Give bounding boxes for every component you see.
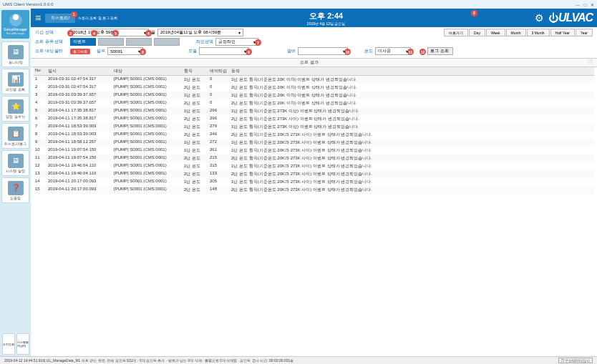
tab-2[interactable] <box>98 38 124 46</box>
col-dataval: 데이터값 <box>208 67 230 75</box>
date-to-input[interactable]: 2019년04월11일 오후 08시59분 ▾ <box>157 29 243 36</box>
temp-select[interactable]: 미사용 11 ▾ <box>375 47 411 55</box>
badge-2: 2 <box>471 10 477 16</box>
table-row[interactable]: 102019-04-11 19:07:54.150[PUMP] S0001 (C… <box>34 147 594 154</box>
table-row[interactable]: 32019-03-31 03:39:37.657[PUMP] S0001 (CM… <box>34 92 594 99</box>
quick-week[interactable]: Week <box>486 29 505 36</box>
col-datetime: 일시 <box>47 67 112 75</box>
chamber-label: 챔버 <box>287 48 296 54</box>
temp-value: 미사용 <box>378 48 391 54</box>
power-icon[interactable]: ⏻ <box>548 12 558 24</box>
table-row[interactable]: 122019-04-11 19:46:04.110[PUMP] S0001 (C… <box>34 162 594 170</box>
avatar-icon <box>9 14 22 26</box>
date-to-value: 2019년04월11일 오후 08시59분 <box>160 29 221 36</box>
badge-5: 5 <box>112 30 119 36</box>
model-label: 모델 <box>188 48 197 54</box>
line-label: 라인선택 <box>196 39 213 45</box>
sidebar-item-history[interactable]: 📋히스토리/로그 <box>1 123 29 149</box>
sidebar-bottom-status[interactable]: 시스템동작상태 <box>16 333 29 355</box>
model-select[interactable]: 9 ▾ <box>199 47 249 55</box>
quick-year[interactable]: Year <box>576 29 593 36</box>
history-icon: 📋 <box>8 127 24 141</box>
filters-panel: 기간 선택 3 2018년 1일 오후 59분 4 5 6 ▾ 끝 2019년0… <box>31 27 597 59</box>
tab-4[interactable] <box>154 38 180 46</box>
sidebar: SetupManager SetupManager 🖥모니터링 📊라인별 조회 … <box>0 9 31 356</box>
line-select[interactable]: 공정라인 7 ▾ <box>215 38 258 46</box>
quick-halfyear[interactable]: Half Year <box>550 29 575 36</box>
quick-month[interactable]: Month <box>506 29 526 36</box>
col-target: 대상 <box>112 67 183 75</box>
table-row[interactable]: 42019-03-31 03:39:37.657[PUMP] S0001 (CM… <box>34 99 594 107</box>
sidebar-label: 라인별 조회 <box>6 87 24 92</box>
app-title: UMS Client Version1.0.0.0 <box>3 2 53 6</box>
table-row[interactable]: 72019-04-11 18:53:39.003[PUMP] S0001 (CM… <box>34 123 594 131</box>
setup-manager-tile[interactable]: SetupManager SetupManager <box>1 10 29 39</box>
date-from-input[interactable]: 3 2018년 1일 오후 59분 4 5 6 ▾ <box>70 29 149 36</box>
quick-day[interactable]: Day <box>469 29 485 36</box>
table-row[interactable]: 12019-03-31 02:47:54.317[PUMP] S0001 (CM… <box>34 76 594 84</box>
table-row[interactable]: 92019-04-11 18:58:12.257[PUMP] S0001 (CM… <box>34 139 594 147</box>
line-value: 공정라인 <box>218 39 236 45</box>
badge-11: 11 <box>407 49 414 55</box>
table-row[interactable]: 152019-04-11 20:17:00.093[PUMP] S0001 (C… <box>34 186 594 194</box>
sidebar-item-help[interactable]: ❓도움말 <box>1 177 29 203</box>
quick-3month[interactable]: 3 Month <box>527 29 550 36</box>
sidebar-label: 히스토리/로그 <box>4 142 26 146</box>
settings-gear-icon[interactable]: ⚙ <box>535 12 544 24</box>
col-action: 동작 <box>230 67 594 75</box>
pump-value: S0001 <box>110 49 122 54</box>
col-no: No <box>34 67 47 75</box>
status-message: 2019-04-12 14:44:51.916| UL_ManageData_M… <box>4 358 293 363</box>
sidebar-label: 시스템 설정 <box>6 169 24 173</box>
history-tab[interactable]: 히스토리/ 1 <box>45 14 75 23</box>
table-row[interactable]: 62019-04-11 17:35:38.817[PUMP] S0001 (CM… <box>34 115 594 123</box>
tab-3[interactable] <box>126 38 152 46</box>
pump-select[interactable]: S0001 8 ▾ <box>107 47 143 55</box>
minimize-icon[interactable]: — <box>576 3 580 7</box>
table-row[interactable]: 82019-04-11 18:53:39.003[PUMP] S0001 (CM… <box>34 131 594 139</box>
result-header: 조회 결과 📄 <box>31 59 597 67</box>
table-header: No 일시 대상 항목 데이터값 동작 <box>34 67 594 76</box>
logout-button[interactable]: 로그아웃 <box>70 49 90 54</box>
col-item: 항목 <box>183 67 208 75</box>
badge-9: 9 <box>246 49 252 55</box>
temp-label: 온도 <box>364 48 373 54</box>
sidebar-label: 도움말 <box>10 196 21 200</box>
sidebar-item-settings[interactable]: 🖥시스템 설정 <box>1 150 29 176</box>
table-row[interactable]: 142019-04-11 20:17:00.093[PUMP] S0001 (C… <box>34 178 594 186</box>
rx-indicator[interactable]: ☐ 수신데이터표시 <box>558 358 593 363</box>
sidebar-item-alarm[interactable]: ⭐알람 솔루션 <box>1 96 29 122</box>
dropdown-icon[interactable]: ▾ <box>238 30 241 35</box>
table-row[interactable]: 22019-03-31 02:47:54.317[PUMP] S0001 (CM… <box>34 84 594 92</box>
target-label: 조회 대상 필터 <box>35 48 68 54</box>
tab-sub: 스토리 조회 및 로그 조회 <box>78 16 118 20</box>
titlebar: UMS Client Version1.0.0.0 — □ ✕ <box>0 0 597 9</box>
sidebar-item-line[interactable]: 📊라인별 조회 <box>1 69 29 94</box>
badge-8: 8 <box>140 49 146 55</box>
table-row[interactable]: 112019-04-11 19:07:54.150[PUMP] S0001 (C… <box>34 154 594 162</box>
close-icon[interactable]: ✕ <box>591 3 594 7</box>
table-row[interactable]: 132019-04-11 19:46:04.110[PUMP] S0001 (C… <box>34 170 594 178</box>
export-icon[interactable]: 📄 <box>588 59 593 64</box>
statusbar: 2019-04-12 14:44:51.916| UL_ManageData_M… <box>0 356 597 364</box>
sidebar-bottom-numeric[interactable]: 수치조회 <box>2 333 15 355</box>
result-title: 조회 결과 <box>300 60 319 64</box>
tab-label: 히스토리/ <box>51 16 69 20</box>
tab-event[interactable]: 이벤트 <box>70 38 96 46</box>
maximize-icon[interactable]: □ <box>584 3 587 7</box>
sidebar-label: 모니터링 <box>9 60 23 64</box>
chamber-select[interactable]: 10 ▾ <box>298 47 348 55</box>
monitor-icon: 🖥 <box>8 45 24 59</box>
period-label: 기간 선택 <box>35 29 68 36</box>
results-table: No 일시 대상 항목 데이터값 동작 12019-03-31 02:47:54… <box>31 67 597 356</box>
badge-7: 7 <box>255 39 261 46</box>
alarm-icon: ⭐ <box>8 99 24 114</box>
search-button[interactable]: 12 로그 조회 <box>427 47 453 55</box>
badge-10: 10 <box>344 49 351 55</box>
sidebar-item-monitoring[interactable]: 🖥모니터링 <box>1 41 29 67</box>
line-icon: 📊 <box>8 72 24 87</box>
hamburger-icon[interactable]: ≡ <box>35 12 41 24</box>
rx-label: 수신데이터표시 <box>565 358 590 363</box>
table-row[interactable]: 52019-04-11 17:35:38.817[PUMP] S0001 (CM… <box>34 107 594 115</box>
type-label: 조회 종류 선택 <box>35 39 68 45</box>
